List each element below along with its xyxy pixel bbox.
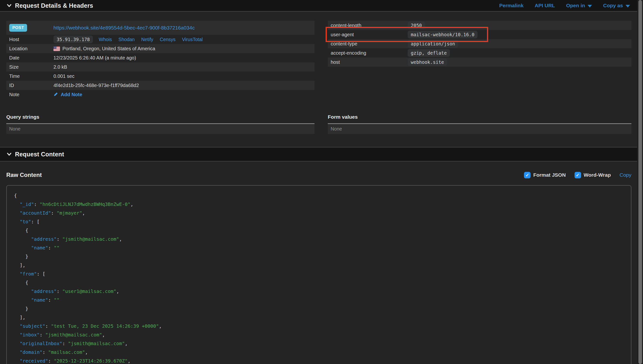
checkbox-checked-icon <box>574 172 581 178</box>
time-label: Time <box>9 74 54 79</box>
form-values-title: Form values <box>328 114 631 120</box>
header-row-user-agent: user-agent mailsac-webhook/10.16.0 <box>328 30 631 39</box>
size-label: Size <box>9 64 54 70</box>
raw-content-panel: Raw Content Format JSON Word-Wrap Copy {… <box>0 162 637 364</box>
header-row-content-type: content-type application/json <box>328 39 631 48</box>
censys-link[interactable]: Censys <box>160 37 176 42</box>
header-row-content-length: content-length 2050 <box>328 21 631 30</box>
copy-button[interactable]: Copy <box>619 172 631 178</box>
host-lookup-links: Whois Shodan Netify Censys VirusTotal <box>99 37 203 42</box>
header-row-accept-encoding: accept-encoding gzip, deflate <box>328 48 631 58</box>
time-value: 0.001 sec <box>54 74 311 79</box>
caret-down-icon <box>625 5 630 8</box>
format-json-checkbox[interactable]: Format JSON <box>524 172 566 178</box>
raw-content-code: { "_id": "hn6cDtiJLNJ7dMwdhzBWHq3BnZwE-0… <box>7 186 631 364</box>
header-row-host: host webhook.site <box>328 58 631 67</box>
form-values-empty: None <box>328 124 631 134</box>
header-name: content-length <box>331 23 408 28</box>
raw-content-title: Raw Content <box>6 172 42 178</box>
url-cell: https://webhook.site/4e89554d-5bec-4ec7-… <box>54 25 311 31</box>
form-values-section: Form values None <box>328 114 631 134</box>
table-row-location: Location Portland, Oregon, United <box>6 44 314 53</box>
header-name: accept-encoding <box>331 50 408 56</box>
size-value: 2.0 kB <box>54 64 311 70</box>
table-row-url: POST https://webhook.site/4e89554d-5bec-… <box>6 21 314 35</box>
pencil-icon <box>54 92 59 97</box>
table-row-id: ID 4f4e2d1b-25fc-468e-973e-f1ff79da68d2 <box>6 81 314 90</box>
word-wrap-checkbox[interactable]: Word-Wrap <box>574 172 611 178</box>
request-headers-table: content-length 2050 user-agent mailsac-w… <box>328 21 631 67</box>
vertical-scrollbar <box>637 0 643 364</box>
id-value: 4f4e2d1b-25fc-468e-973e-f1ff79da68d2 <box>54 83 311 88</box>
table-row-time: Time 0.001 sec <box>6 72 314 81</box>
details-section-band: Request Details & Headers Permalink API … <box>0 0 637 12</box>
header-value-chip: webhook.site <box>408 58 447 66</box>
method-badge: POST <box>9 24 27 32</box>
host-ip-chip: 35.91.39.178 <box>54 36 93 43</box>
location-text: Portland, Oregon, United States of Ameri… <box>62 46 155 52</box>
query-strings-empty: None <box>6 124 314 134</box>
location-label: Location <box>9 46 54 52</box>
table-row-host: Host 35.91.39.178 Whois Shodan Netify Ce… <box>6 35 314 44</box>
query-strings-section: Query strings None <box>6 114 314 134</box>
table-row-date: Date 12/23/2025 6:26:40 AM (a minute ago… <box>6 53 314 62</box>
details-panel: POST https://webhook.site/4e89554d-5bec-… <box>0 12 637 147</box>
virustotal-link[interactable]: VirusTotal <box>182 37 203 42</box>
header-name: user-agent <box>331 32 408 38</box>
shodan-link[interactable]: Shodan <box>118 37 135 42</box>
permalink-link[interactable]: Permalink <box>499 3 523 8</box>
details-section-toggle[interactable]: Request Details & Headers <box>6 2 93 9</box>
content-section-band: Request Content <box>0 147 637 162</box>
api-url-link[interactable]: API URL <box>535 3 555 8</box>
webhook-request-details-page: Request Details & Headers Permalink API … <box>0 0 643 364</box>
caret-down-icon <box>588 5 592 8</box>
main-content: Request Details & Headers Permalink API … <box>0 0 637 364</box>
request-details-table: POST https://webhook.site/4e89554d-5bec-… <box>6 21 314 99</box>
note-label: Note <box>9 92 54 98</box>
copy-as-dropdown[interactable]: Copy as <box>603 3 630 8</box>
id-label: ID <box>9 83 54 88</box>
table-row-size: Size 2.0 kB <box>6 62 314 72</box>
content-section-title: Request Content <box>15 151 64 158</box>
table-row-note: Note Add Note <box>6 90 314 99</box>
header-value-chip: mailsac-webhook/10.16.0 <box>408 31 478 38</box>
header-value-chip: gzip, deflate <box>408 49 450 57</box>
checkbox-checked-icon <box>524 172 530 178</box>
details-actions: Permalink API URL Open in Copy as <box>499 3 630 8</box>
header-value-chip: 2050 <box>408 22 425 29</box>
netify-link[interactable]: Netify <box>141 37 153 42</box>
note-cell: Add Note <box>54 92 311 98</box>
scrollbar-thumb[interactable] <box>638 0 642 364</box>
header-value-chip: application/json <box>408 40 458 48</box>
details-section-title: Request Details & Headers <box>15 2 93 9</box>
chevron-down-icon <box>6 3 12 8</box>
host-cell: 35.91.39.178 Whois Shodan Netify Censys … <box>54 36 311 43</box>
query-strings-title: Query strings <box>6 114 314 120</box>
raw-content-code-block: { "_id": "hn6cDtiJLNJ7dMwdhzBWHq3BnZwE-0… <box>6 185 631 364</box>
whois-link[interactable]: Whois <box>99 37 112 42</box>
us-flag-icon <box>54 46 60 51</box>
host-label: Host <box>9 37 54 42</box>
location-cell: Portland, Oregon, United States of Ameri… <box>54 46 311 52</box>
raw-content-controls: Format JSON Word-Wrap Copy <box>524 172 631 178</box>
open-in-dropdown[interactable]: Open in <box>566 3 592 8</box>
add-note-button[interactable]: Add Note <box>54 92 82 98</box>
request-url-link[interactable]: https://webhook.site/4e89554d-5bec-4ec7-… <box>54 25 195 31</box>
content-section-toggle[interactable]: Request Content <box>6 151 64 158</box>
chevron-down-icon <box>6 151 12 157</box>
date-value: 12/23/2025 6:26:40 AM (a minute ago) <box>54 55 311 61</box>
header-name: host <box>331 60 408 65</box>
header-name: content-type <box>331 41 408 47</box>
date-label: Date <box>9 55 54 61</box>
method-cell: POST <box>9 24 54 32</box>
